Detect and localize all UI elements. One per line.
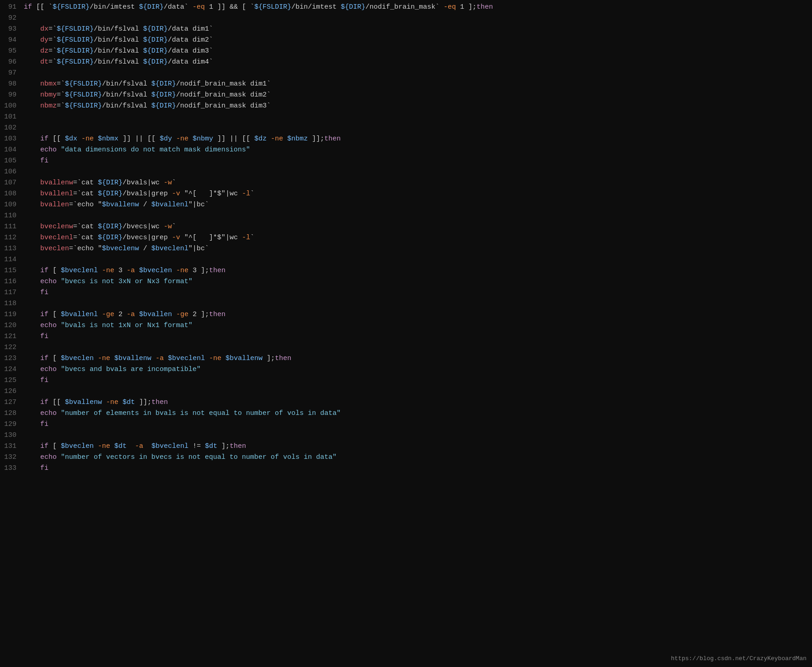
plain-token bbox=[135, 267, 139, 274]
code-line: 101 bbox=[0, 112, 812, 123]
plain-token: /data` bbox=[164, 3, 192, 11]
code-line: 103 if [[ $dx -ne $nbmx ]] || [[ $dy -ne… bbox=[0, 134, 812, 145]
line-number: 120 bbox=[0, 320, 24, 331]
line-content: fi bbox=[24, 463, 812, 473]
plain-token bbox=[24, 442, 40, 450]
code-line: 105 fi bbox=[0, 156, 812, 167]
code-line: 110 bbox=[0, 210, 812, 221]
line-number: 115 bbox=[0, 265, 24, 276]
kw-token: if bbox=[24, 3, 32, 11]
plain-token: / bbox=[139, 201, 151, 209]
line-content bbox=[24, 68, 812, 78]
code-line: 111 bveclenw=`cat ${DIR}/bvecs|wc -w` bbox=[0, 221, 812, 232]
line-content: nbmy=`${FSLDIR}/bin/fslval ${DIR}/nodif_… bbox=[24, 90, 812, 100]
kw-token: echo bbox=[40, 278, 57, 285]
line-content bbox=[24, 298, 812, 309]
assign-token: bveclen bbox=[40, 245, 69, 253]
line-number: 102 bbox=[0, 123, 24, 133]
plain-token: "|bc` bbox=[188, 245, 209, 253]
plain-token: /bvecs|grep bbox=[123, 234, 172, 242]
kw-token: fi bbox=[40, 420, 48, 428]
code-line: 122 bbox=[0, 342, 812, 353]
code-line: 97 bbox=[0, 68, 812, 79]
plain-token: 3 bbox=[114, 267, 127, 274]
line-content: dy=`${FSLDIR}/bin/fslval ${DIR}/data dim… bbox=[24, 35, 812, 45]
code-line: 91if [[ `${FSLDIR}/bin/imtest ${DIR}/dat… bbox=[0, 2, 812, 13]
kw-token: then bbox=[151, 398, 168, 406]
var-token: ${DIR} bbox=[143, 47, 168, 55]
assign-token: nbmy bbox=[40, 91, 57, 99]
line-number: 121 bbox=[0, 331, 24, 342]
plain-token: ]; bbox=[262, 355, 275, 362]
plain-token bbox=[24, 223, 40, 231]
code-line: 131 if [ $bveclen -ne $dt -a $bveclenl !… bbox=[0, 441, 812, 452]
code-editor: 91if [[ `${FSLDIR}/bin/imtest ${DIR}/dat… bbox=[0, 0, 812, 476]
plain-token bbox=[24, 80, 40, 88]
plain-token bbox=[24, 25, 40, 33]
kw-token: then bbox=[476, 3, 493, 11]
var-token: ${FSLDIR} bbox=[57, 36, 94, 44]
var-token: ${FSLDIR} bbox=[65, 80, 102, 88]
var-token: $bvallenl bbox=[151, 201, 188, 209]
plain-token: /nodif_brain_mask dim2` bbox=[176, 91, 271, 99]
line-content: bvallenw=`cat ${DIR}/bvals|wc -w` bbox=[24, 178, 812, 188]
plain-token: =`cat bbox=[73, 179, 98, 187]
line-number: 96 bbox=[0, 57, 24, 67]
assign-token: dy bbox=[40, 36, 48, 44]
plain-token: 1 ]; bbox=[456, 3, 476, 11]
code-line: 125 fi bbox=[0, 375, 812, 386]
str-token: "bvecs and bvals are incompatible" bbox=[61, 366, 201, 373]
line-content bbox=[24, 430, 812, 441]
plain-token: /bin/fslval bbox=[102, 91, 151, 99]
plain-token: ` bbox=[250, 190, 254, 198]
plain-token bbox=[110, 355, 114, 362]
flag-token: -a bbox=[127, 311, 135, 318]
line-content: if [ $bveclen -ne $bvallenw -a $bveclenl… bbox=[24, 353, 812, 364]
code-line: 93 dx=`${FSLDIR}/bin/fslval ${DIR}/data … bbox=[0, 24, 812, 35]
code-line: 99 nbmy=`${FSLDIR}/bin/fslval ${DIR}/nod… bbox=[0, 90, 812, 101]
line-content: if [ $bvallenl -ge 2 -a $bvallen -ge 2 ]… bbox=[24, 309, 812, 320]
var-token: $nbmy bbox=[192, 135, 213, 143]
plain-token bbox=[24, 267, 40, 274]
plain-token bbox=[24, 355, 40, 362]
assign-token: dx bbox=[40, 25, 48, 33]
flag-token: -a bbox=[155, 355, 164, 362]
kw-token: if bbox=[40, 135, 48, 143]
assign-token: bveclenw bbox=[40, 223, 73, 231]
plain-token: /bin/fslval bbox=[94, 58, 143, 66]
code-line: 116 echo "bvecs is not 3xN or Nx3 format… bbox=[0, 276, 812, 287]
flag-token: -a bbox=[127, 267, 135, 274]
kw-token: fi bbox=[40, 377, 48, 384]
var-token: ${FSLDIR} bbox=[57, 58, 94, 66]
line-content: fi bbox=[24, 419, 812, 430]
line-number: 123 bbox=[0, 353, 24, 364]
line-number: 119 bbox=[0, 309, 24, 320]
plain-token bbox=[24, 146, 40, 154]
plain-token: /nodif_brain_mask dim3` bbox=[176, 102, 271, 110]
plain-token bbox=[24, 453, 40, 461]
plain-token bbox=[205, 355, 209, 362]
line-content: echo "number of vectors in bvecs is not … bbox=[24, 452, 812, 463]
line-content: bvallenl=`cat ${DIR}/bvals|grep -v "^[ ]… bbox=[24, 188, 812, 199]
plain-token bbox=[57, 366, 61, 373]
plain-token bbox=[24, 58, 40, 66]
plain-token bbox=[127, 442, 135, 450]
var-token: $dt bbox=[123, 398, 135, 406]
plain-token: ` bbox=[172, 179, 176, 187]
line-content: nbmz=`${FSLDIR}/bin/fslval ${DIR}/nodif_… bbox=[24, 101, 812, 111]
line-content bbox=[24, 112, 812, 122]
line-number: 94 bbox=[0, 35, 24, 45]
var-token: ${DIR} bbox=[341, 3, 365, 11]
plain-token bbox=[57, 146, 61, 154]
line-number: 116 bbox=[0, 276, 24, 287]
plain-token bbox=[172, 135, 176, 143]
flag-token: -v bbox=[172, 234, 180, 242]
line-content: nbmx=`${FSLDIR}/bin/fslval ${DIR}/nodif_… bbox=[24, 79, 812, 89]
line-content bbox=[24, 386, 812, 397]
code-line: 126 bbox=[0, 386, 812, 397]
plain-token: "|bc` bbox=[188, 201, 209, 209]
plain-token: [[ bbox=[48, 135, 65, 143]
plain-token: [[ ` bbox=[32, 3, 53, 11]
plain-token: =` bbox=[57, 80, 65, 88]
flag-token: -ne bbox=[271, 135, 283, 143]
